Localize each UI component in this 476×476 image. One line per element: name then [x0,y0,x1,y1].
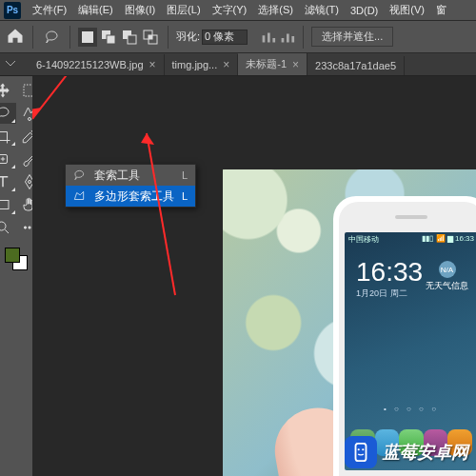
page-indicator: • ○ ○ ○ ○ [345,405,476,413]
menu-bar: Ps 文件(F) 编辑(E) 图像(I) 图层(L) 文字(Y) 选择(S) 滤… [0,0,476,21]
close-icon[interactable]: × [149,58,156,71]
tab-label: 6-14092215123WB.jpg [36,59,144,70]
close-icon[interactable]: × [292,58,299,71]
tab-doc-3[interactable]: 未标题-1× [238,53,307,75]
weather-label: 无天气信息 [426,280,468,292]
lasso-icon [71,169,87,182]
menu-image[interactable]: 图像(I) [119,3,161,17]
foreground-color-swatch[interactable] [5,248,20,263]
rectangle-tool[interactable] [0,194,16,215]
annotation-arrow-1 [32,76,128,138]
annotation-arrow-2 [118,124,232,314]
selection-add-icon[interactable] [99,28,118,47]
selection-subtract-icon[interactable] [120,28,139,47]
separator [69,26,70,49]
phone-screen: 中国移动 ▮▮▯ 📶 ▆ 16:33 16:33 1月20日 周二 N/A 无天… [345,232,476,470]
tab-doc-2[interactable]: timg.jpg...× [165,54,239,75]
close-icon[interactable]: × [223,58,229,71]
svg-rect-2 [107,35,115,44]
tab-doc-4[interactable]: 233c8a17a1dae5 [307,56,405,75]
tab-label: timg.jpg... [172,59,218,70]
feather-input[interactable] [202,30,248,45]
crop-tool[interactable] [0,126,16,147]
tab-label: 233c8a17a1dae5 [315,60,396,71]
menu-3d[interactable]: 3D(D) [345,5,384,16]
weather-na-icon: N/A [439,261,456,278]
menu-filter[interactable]: 滤镜(T) [299,3,345,17]
tab-doc-1[interactable]: 6-14092215123WB.jpg× [29,54,165,75]
status-right: ▮▮▯ 📶 ▆ 16:33 [422,234,474,245]
move-tool[interactable] [0,80,16,101]
watermark: 蓝莓安卓网 [345,436,468,468]
svg-point-15 [29,227,30,228]
svg-rect-0 [82,31,93,43]
phone-statusbar: 中国移动 ▮▮▯ 📶 ▆ 16:33 [348,234,474,245]
feather-label: 羽化: [176,30,200,44]
svg-point-22 [358,448,360,450]
menu-edit[interactable]: 编辑(E) [72,3,119,17]
phone-speaker [395,215,427,219]
svg-rect-21 [356,444,367,461]
menu-layer[interactable]: 图层(L) [161,3,206,17]
separator [168,26,169,49]
watermark-icon [345,436,377,468]
svg-point-9 [29,118,31,121]
select-and-mask-button[interactable]: 选择并遮住... [311,27,393,47]
canvas-area[interactable]: 套索工具 L 多边形套索工具 L [32,76,476,476]
menu-select[interactable]: 选择(S) [252,3,299,17]
ps-logo-icon: Ps [4,2,21,19]
svg-rect-7 [149,35,152,39]
selection-new-icon[interactable] [78,28,97,47]
watermark-text: 蓝莓安卓网 [383,441,468,464]
options-bar: 羽化: 选择并遮住... [0,21,476,53]
menu-window[interactable]: 窗 [430,3,452,17]
home-icon[interactable] [6,27,25,48]
document-image: 中国移动 ▮▮▯ 📶 ▆ 16:33 16:33 1月20日 周二 N/A 无天… [223,169,476,476]
zoom-tool[interactable] [0,217,16,238]
svg-rect-4 [128,35,136,44]
document-tabs: 6-14092215123WB.jpg× timg.jpg...× 未标题-1×… [0,53,476,76]
svg-marker-20 [141,133,154,145]
menu-file[interactable]: 文件(F) [27,3,72,17]
svg-point-23 [362,448,364,450]
color-swatches[interactable] [3,246,30,272]
svg-point-14 [24,227,26,228]
menu-type[interactable]: 文字(Y) [207,3,253,17]
lasso-tool[interactable] [0,103,16,124]
phone-mockup: 中国移动 ▮▮▯ 📶 ▆ 16:33 16:33 1月20日 周二 N/A 无天… [333,196,476,476]
svg-line-17 [32,76,99,119]
tool-preset-lasso-icon[interactable] [41,27,62,48]
phone-weather: N/A 无天气信息 [426,261,468,292]
svg-line-19 [147,133,175,295]
type-tool[interactable] [0,171,16,192]
tab-expand-icon[interactable] [4,57,17,70]
menu-view[interactable]: 视图(V) [384,3,430,17]
selection-mode-group [78,28,160,47]
phone-clock: 16:33 [356,257,423,288]
phone-date: 1月20日 周二 [356,288,407,300]
status-left: 中国移动 [348,234,379,245]
feather-control: 羽化: [176,30,248,45]
svg-point-11 [29,181,31,184]
svg-point-13 [0,222,6,230]
antialias-icons [259,30,295,44]
tab-label: 未标题-1 [246,57,287,71]
healing-tool[interactable] [0,149,16,169]
separator [303,26,304,49]
separator [32,26,33,49]
svg-rect-12 [0,201,9,209]
poly-lasso-icon [71,189,87,203]
tools-panel [0,76,32,476]
selection-intersect-icon[interactable] [141,28,160,47]
